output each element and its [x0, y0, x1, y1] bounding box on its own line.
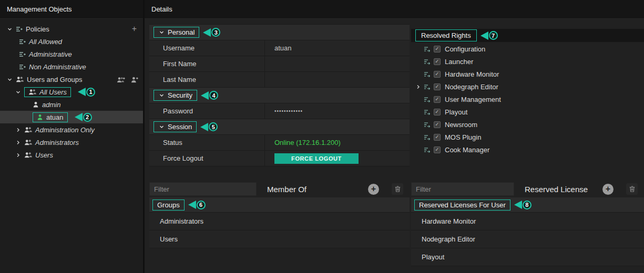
- chevron-right-icon[interactable]: [15, 153, 21, 158]
- rights-item-newsroom[interactable]: ✓ Newsroom: [411, 118, 644, 131]
- force-logout-button[interactable]: FORCE LOGOUT: [274, 153, 359, 164]
- tree-item-non-administrative[interactable]: Non Administrative: [0, 60, 143, 73]
- firstname-row: First Name: [149, 56, 410, 72]
- rights-icon: [424, 84, 431, 90]
- add-license-button[interactable]: +: [602, 184, 614, 195]
- tree-item-administrators[interactable]: Administrators: [0, 136, 143, 149]
- callout-arrow-icon: [78, 88, 86, 96]
- tree-label: Non Administrative: [29, 63, 86, 71]
- checkbox-checked[interactable]: ✓: [434, 58, 441, 65]
- rights-icon: [424, 59, 431, 65]
- session-section-header[interactable]: Session: [154, 121, 197, 132]
- rights-item-launcher[interactable]: ✓ Launcher: [411, 55, 644, 68]
- section-session[interactable]: Session 5: [149, 119, 410, 135]
- tree-item-administration-only[interactable]: Administration Only: [0, 123, 143, 136]
- atuan-highlight-box[interactable]: atuan: [33, 112, 68, 122]
- rights-icon: [424, 97, 431, 102]
- checkbox-checked[interactable]: ✓: [434, 71, 441, 78]
- group-row-administrators[interactable]: Administrators: [149, 213, 410, 230]
- callout-3: 3: [203, 28, 220, 37]
- reserved-license-toolbar: Reserved License +: [411, 182, 644, 196]
- chevron-down-icon[interactable]: [6, 77, 13, 82]
- policy-icon: [19, 64, 26, 70]
- rights-item-mos-plugin[interactable]: ✓ MOS Plugin: [411, 131, 644, 143]
- field-label: Force Logout: [149, 151, 265, 166]
- rights-icon: [424, 122, 431, 128]
- user-details-table: Personal 3 Username atuan First Name Las…: [149, 24, 410, 166]
- trash-icon[interactable]: [392, 183, 403, 195]
- rights-item-cook-manager[interactable]: ✓ Cook Manager: [411, 143, 644, 156]
- chevron-down-icon[interactable]: [6, 27, 13, 32]
- callout-2: 2: [75, 113, 92, 122]
- tree-item-all-users[interactable]: All Users 1: [0, 86, 143, 98]
- checkbox-checked[interactable]: ✓: [434, 134, 441, 141]
- checkbox-checked[interactable]: ✓: [434, 96, 441, 103]
- sidebar-title: Management Objects: [0, 0, 143, 19]
- reserved-licenses-header: Reserved Licenses For User 8: [411, 197, 644, 213]
- tree-item-administrative[interactable]: Administrative: [0, 48, 143, 60]
- tree-item-users[interactable]: Users: [0, 149, 143, 161]
- resolved-rights-header: Resolved Rights 7: [411, 29, 644, 42]
- groups-header-label: Groups: [152, 200, 185, 211]
- add-membership-button[interactable]: +: [368, 184, 379, 195]
- management-objects-panel: Management Objects Policies + All Allowe…: [0, 0, 145, 273]
- tree-item-admin[interactable]: admin: [0, 98, 143, 111]
- member-of-title: Member Of: [267, 185, 306, 194]
- field-label: Password: [149, 103, 265, 119]
- all-users-highlight-box[interactable]: All Users: [24, 87, 71, 97]
- field-label: Last Name: [149, 72, 265, 87]
- checkbox-checked[interactable]: ✓: [434, 121, 441, 128]
- lastname-row: Last Name: [149, 72, 410, 88]
- details-panel: Details Personal 3 Username atuan First …: [145, 0, 644, 273]
- tree-item-atuan[interactable]: atuan 2: [0, 111, 143, 123]
- tree-item-users-and-groups[interactable]: Users and Groups: [0, 73, 143, 86]
- license-row-hardware-monitor[interactable]: Hardware Monitor: [411, 213, 644, 230]
- chevron-right-icon[interactable]: [15, 140, 21, 145]
- chevron-right-icon[interactable]: [415, 85, 421, 89]
- callout-5: 5: [200, 122, 218, 131]
- tree-label: atuan: [46, 113, 64, 121]
- reserved-license-filter-input[interactable]: [411, 182, 514, 196]
- resolved-rights-list: ✓ Configuration ✓ Launcher ✓ Hardware Mo…: [411, 42, 644, 156]
- rights-item-user-management[interactable]: ✓ User Management: [411, 93, 644, 106]
- license-row-playout[interactable]: Playout: [411, 248, 644, 266]
- checkbox-checked[interactable]: ✓: [434, 146, 441, 153]
- trash-icon[interactable]: [626, 183, 638, 195]
- chevron-right-icon[interactable]: [15, 128, 21, 132]
- username-value: atuan: [265, 40, 410, 56]
- field-label: Status: [149, 135, 265, 150]
- user-icon: [33, 101, 39, 108]
- callout-arrow-icon: [203, 28, 211, 37]
- checkbox-checked[interactable]: ✓: [434, 46, 441, 52]
- security-section-header[interactable]: Security: [154, 90, 197, 101]
- section-security[interactable]: Security 4: [149, 88, 410, 103]
- tree-item-all-allowed[interactable]: All Allowed: [0, 35, 143, 48]
- checkbox-checked[interactable]: ✓: [434, 83, 441, 90]
- section-personal[interactable]: Personal 3: [149, 25, 410, 40]
- group-icon: [16, 76, 24, 82]
- firstname-value[interactable]: [265, 56, 410, 71]
- add-group-icon[interactable]: [117, 76, 126, 83]
- chevron-down-icon: [158, 124, 165, 129]
- rights-item-configuration[interactable]: ✓ Configuration: [411, 43, 644, 55]
- chevron-down-icon[interactable]: [15, 90, 21, 94]
- member-of-filter-input[interactable]: [149, 182, 257, 196]
- group-icon: [24, 152, 32, 158]
- add-user-icon[interactable]: [131, 76, 139, 83]
- rights-item-nodegraph-editor[interactable]: ✓ Nodegraph Editor: [411, 80, 644, 93]
- reserved-licenses-header-label: Reserved Licenses For User: [414, 200, 510, 211]
- rights-item-playout[interactable]: ✓ Playout: [411, 106, 644, 118]
- license-row-nodegraph-editor[interactable]: Nodegraph Editor: [411, 230, 644, 248]
- rights-item-hardware-monitor[interactable]: ✓ Hardware Monitor: [411, 68, 644, 80]
- callout-arrow-icon: [201, 91, 209, 100]
- add-policy-button[interactable]: +: [130, 25, 139, 33]
- lastname-value[interactable]: [265, 72, 410, 87]
- password-value[interactable]: ••••••••••••: [265, 103, 410, 119]
- tree-label: Policies: [26, 25, 49, 33]
- callout-arrow-icon: [481, 32, 488, 40]
- personal-section-header[interactable]: Personal: [154, 27, 199, 38]
- group-row-users[interactable]: Users: [149, 230, 410, 248]
- checkbox-checked[interactable]: ✓: [434, 109, 441, 116]
- tree-item-policies[interactable]: Policies +: [0, 23, 143, 35]
- policy-icon: [19, 51, 26, 57]
